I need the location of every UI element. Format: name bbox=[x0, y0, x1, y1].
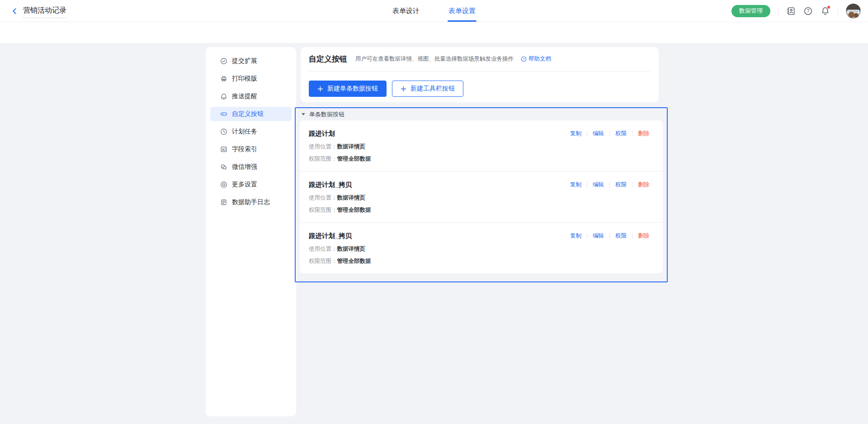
sidebar-item-wechat-enhance[interactable]: 微信增强 bbox=[210, 160, 292, 174]
data-manage-button[interactable]: 数据管理 bbox=[731, 5, 770, 17]
sidebar-item-data-assistant-log[interactable]: 数据助手日志 bbox=[210, 195, 292, 210]
delete-link[interactable]: 删除 bbox=[638, 232, 649, 240]
button-entry: 跟进计划 复制 编辑 权限 删除 使用位置：数据详情页 权限范围：管理全部数据 bbox=[300, 120, 663, 171]
button-name: 跟进计划_拷贝 bbox=[309, 181, 570, 189]
printer-icon bbox=[220, 75, 227, 82]
topbar: 营销活动记录 表单设计 表单设置 数据管理 ? bbox=[0, 0, 868, 22]
perm-label: 权限范围： bbox=[309, 156, 337, 162]
settings-icon bbox=[220, 181, 227, 188]
page-title[interactable]: 营销活动记录 bbox=[23, 6, 66, 18]
bell-icon[interactable] bbox=[821, 6, 830, 16]
single-record-button-section[interactable]: 单条数据按钮 跟进计划 复制 编辑 权限 删除 使用位置：数据详情页 权限范围：… bbox=[295, 107, 668, 282]
sidebar-item-label: 打印模版 bbox=[232, 75, 257, 83]
divider bbox=[632, 182, 632, 188]
divider bbox=[587, 182, 587, 188]
divider bbox=[632, 233, 632, 239]
new-toolbar-button[interactable]: 新建工具栏按钮 bbox=[392, 81, 463, 97]
perm-value: 管理全部数据 bbox=[337, 156, 371, 162]
usage-value: 数据详情页 bbox=[337, 195, 366, 201]
chevron-down-icon bbox=[302, 113, 305, 115]
sidebar-item-print-template[interactable]: 打印模版 bbox=[210, 71, 292, 86]
svg-text:?: ? bbox=[523, 57, 524, 61]
divider bbox=[632, 131, 632, 137]
svg-text:?: ? bbox=[807, 8, 810, 14]
field-index-icon: A bbox=[220, 146, 227, 153]
plus-icon bbox=[401, 86, 406, 92]
sidebar-item-label: 自定义按钮 bbox=[232, 110, 264, 118]
divider bbox=[609, 131, 610, 137]
sidebar-item-field-index[interactable]: A 字段索引 bbox=[210, 142, 292, 157]
usage-label: 使用位置： bbox=[309, 143, 337, 150]
breadcrumb: 营销活动记录 bbox=[11, 0, 66, 22]
perm-label: 权限范围： bbox=[309, 207, 337, 213]
sidebar-item-custom-button[interactable]: 自定义按钮 bbox=[210, 107, 292, 121]
help-circle-icon: ? bbox=[521, 56, 527, 62]
svg-text:A: A bbox=[222, 148, 224, 151]
divider bbox=[609, 182, 610, 188]
entry-actions: 复制 编辑 权限 删除 bbox=[570, 232, 649, 240]
check-circle-icon bbox=[220, 57, 227, 65]
edit-link[interactable]: 编辑 bbox=[593, 181, 604, 189]
wechat-icon bbox=[220, 163, 227, 171]
button-entry: 跟进计划_拷贝 复制 编辑 权限 删除 使用位置：数据详情页 权限范围：管理全部… bbox=[300, 171, 663, 222]
sidebar-item-push-reminder[interactable]: 推送提醒 bbox=[210, 89, 292, 104]
usage-label: 使用位置： bbox=[309, 246, 337, 252]
button-name: 跟进计划 bbox=[309, 129, 570, 138]
permission-link[interactable]: 权限 bbox=[615, 181, 627, 189]
permission-link[interactable]: 权限 bbox=[615, 232, 627, 240]
divider bbox=[609, 233, 610, 239]
usage-value: 数据详情页 bbox=[337, 246, 366, 252]
copy-link[interactable]: 复制 bbox=[570, 232, 581, 240]
section-collapse-header[interactable]: 单条数据按钮 bbox=[296, 108, 667, 120]
delete-link[interactable]: 删除 bbox=[638, 130, 649, 138]
divider bbox=[778, 7, 778, 15]
tab-form-settings[interactable]: 表单设置 bbox=[448, 0, 476, 22]
notification-dot bbox=[827, 5, 830, 9]
help-icon[interactable]: ? bbox=[803, 6, 813, 16]
back-icon[interactable] bbox=[11, 7, 19, 15]
sidebar-item-scheduled-tasks[interactable]: 计划任务 bbox=[210, 124, 292, 139]
contact-book-icon[interactable] bbox=[786, 6, 796, 16]
perm-value: 管理全部数据 bbox=[337, 207, 371, 213]
plus-icon bbox=[317, 86, 323, 92]
divider bbox=[587, 131, 587, 137]
tab-bar: 表单设计 表单设置 bbox=[392, 0, 476, 22]
sidebar-item-label: 微信增强 bbox=[232, 163, 257, 171]
edit-link[interactable]: 编辑 bbox=[593, 232, 604, 240]
bell-icon bbox=[220, 93, 227, 100]
log-icon bbox=[220, 199, 227, 206]
sidebar-item-label: 提交扩展 bbox=[232, 57, 257, 65]
usage-value: 数据详情页 bbox=[337, 143, 366, 150]
help-doc-link[interactable]: ? 帮助文档 bbox=[521, 55, 551, 63]
button-entry: 跟进计划_拷贝 复制 编辑 权限 删除 使用位置：数据详情页 权限范围：管理全部… bbox=[300, 222, 663, 273]
entry-actions: 复制 编辑 权限 删除 bbox=[570, 181, 649, 189]
settings-sidebar: 提交扩展 打印模版 推送提醒 自定义按钮 计划任务 A 字段索引 bbox=[206, 47, 296, 416]
sidebar-item-label: 数据助手日志 bbox=[232, 198, 270, 206]
new-single-record-button[interactable]: 新建单条数据按钮 bbox=[309, 81, 387, 97]
divider bbox=[587, 233, 587, 239]
sidebar-item-label: 字段索引 bbox=[232, 145, 257, 153]
button-name: 跟进计划_拷贝 bbox=[309, 232, 570, 240]
sidebar-item-submit-extension[interactable]: 提交扩展 bbox=[210, 54, 292, 68]
topbar-actions: 数据管理 ? bbox=[731, 0, 861, 22]
usage-label: 使用位置： bbox=[309, 195, 337, 201]
edit-link[interactable]: 编辑 bbox=[593, 130, 604, 138]
button-list-card: 跟进计划 复制 编辑 权限 删除 使用位置：数据详情页 权限范围：管理全部数据 … bbox=[300, 120, 663, 273]
delete-link[interactable]: 删除 bbox=[638, 181, 649, 189]
clock-icon bbox=[220, 128, 227, 135]
perm-value: 管理全部数据 bbox=[337, 258, 371, 264]
avatar[interactable] bbox=[846, 4, 861, 19]
section-title: 自定义按钮 bbox=[309, 54, 347, 64]
permission-link[interactable]: 权限 bbox=[615, 130, 627, 138]
button-capsule-icon bbox=[220, 110, 227, 118]
section-description: 用户可在查看数据详情、视图、批量选择数据场景触发业务操作 bbox=[355, 55, 514, 63]
section-label: 单条数据按钮 bbox=[309, 110, 344, 119]
tab-form-design[interactable]: 表单设计 bbox=[392, 0, 420, 22]
perm-label: 权限范围： bbox=[309, 258, 337, 264]
copy-link[interactable]: 复制 bbox=[570, 181, 581, 189]
entry-actions: 复制 编辑 权限 删除 bbox=[570, 130, 649, 138]
sidebar-item-more-settings[interactable]: 更多设置 bbox=[210, 177, 292, 192]
copy-link[interactable]: 复制 bbox=[570, 130, 581, 138]
header-buttons-row: 新建单条数据按钮 新建工具栏按钮 bbox=[309, 81, 651, 97]
custom-button-header-card: 自定义按钮 用户可在查看数据详情、视图、批量选择数据场景触发业务操作 ? 帮助文… bbox=[301, 47, 659, 102]
